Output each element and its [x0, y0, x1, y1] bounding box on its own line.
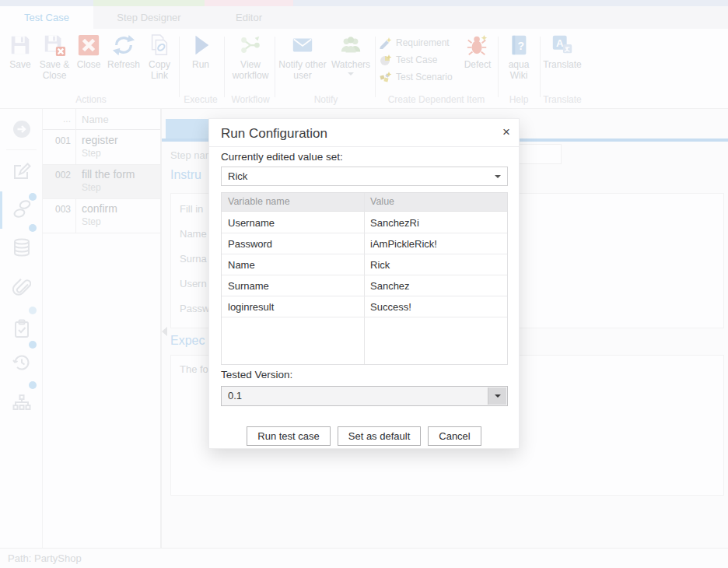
variable-name-cell: Surname [228, 280, 269, 292]
status-bar: Path: PartyShop [0, 548, 728, 568]
create-requirement-button[interactable]: Requirement [380, 35, 450, 51]
aqua-wiki-button[interactable]: ? aqua Wiki [501, 33, 537, 82]
mail-icon [291, 33, 314, 57]
column-header-dots: ... [43, 114, 71, 124]
table-row[interactable]: Surname Sanchez [222, 275, 507, 296]
sidebar-divider [6, 149, 37, 150]
run-configuration-dialog: Run Configuration × Currently edited val… [208, 118, 520, 449]
translate-icon: A [551, 33, 574, 57]
view-workflow-button[interactable]: View workflow [229, 33, 272, 82]
select-caret-icon [495, 175, 501, 178]
step-row-002[interactable]: 002 fill the form Step [43, 165, 160, 199]
step-name-label: Step nam [170, 149, 214, 161]
group-separator [540, 37, 541, 97]
instruction-line: Usern [180, 278, 207, 289]
tab-test-case[interactable]: Test Case [0, 6, 93, 29]
create-test-case-button[interactable]: Test Case [380, 52, 437, 68]
copy-link-icon [148, 33, 171, 57]
create-defect-label: Defect [460, 59, 495, 70]
step-row-003[interactable]: 003 confirm Step [43, 199, 160, 233]
notify-other-user-label: Notify other user [278, 59, 327, 82]
sidebar-item-data[interactable] [0, 230, 42, 268]
table-row[interactable]: Username SanchezRi [222, 212, 507, 233]
watchers-dropdown-caret-icon [348, 72, 354, 75]
watchers-button[interactable]: Watchers [328, 33, 373, 75]
dialog-title-divider [209, 146, 519, 147]
tested-version-label: Tested Version: [221, 369, 292, 380]
table-row[interactable]: Password iAmPickleRick! [222, 233, 507, 254]
variable-value-cell[interactable]: iAmPickleRick! [370, 238, 437, 250]
cancel-button[interactable]: Cancel [428, 426, 481, 446]
group-separator [375, 37, 376, 97]
sidebar-item-steps[interactable] [0, 191, 42, 229]
create-test-case-label: Test Case [396, 54, 437, 65]
variable-value-cell[interactable]: Rick [370, 259, 390, 271]
translate-label: Translate [543, 59, 582, 70]
column-header-name[interactable]: Name [82, 114, 109, 125]
group-separator [224, 37, 225, 97]
run-button[interactable]: Run [184, 33, 218, 70]
scenario-icon [380, 71, 392, 83]
left-sidebar [0, 109, 43, 548]
sidebar-active-indicator [0, 191, 2, 229]
variable-name-cell: loginresult [228, 301, 274, 313]
sidebar-item-edit[interactable] [0, 154, 42, 191]
watchers-label: Watchers [328, 59, 373, 70]
refresh-icon [112, 33, 135, 57]
variable-value-cell[interactable]: Sanchez [370, 280, 410, 292]
create-defect-button[interactable]: Defect [460, 33, 495, 70]
variable-value-cell[interactable]: SanchezRi [370, 217, 419, 229]
collapse-panel-arrow-icon[interactable] [162, 327, 167, 336]
variable-name-cell: Name [228, 259, 255, 271]
save-close-button[interactable]: Save & Close [37, 33, 72, 82]
save-close-icon [43, 33, 66, 57]
column-header-variable-name: Variable name [228, 196, 290, 207]
create-test-scenario-button[interactable]: Test Scenario [380, 69, 453, 85]
set-as-default-button[interactable]: Set as default [338, 426, 422, 446]
group-label-execute: Execute [177, 94, 224, 105]
variable-value-cell[interactable]: Success! [370, 301, 411, 313]
value-set-select[interactable]: Rick [221, 167, 508, 186]
combobox-dropdown-button[interactable] [488, 387, 506, 405]
save-button[interactable]: Save [5, 33, 36, 70]
notify-other-user-button[interactable]: Notify other user [278, 33, 327, 82]
hierarchy-icon [12, 394, 31, 412]
run-icon [189, 33, 212, 57]
hierarchy-badge [29, 381, 37, 389]
close-red-icon [77, 33, 100, 57]
variable-name-cell: Password [228, 238, 272, 250]
sidebar-item-history[interactable] [0, 345, 42, 383]
tab-editor[interactable]: Editor [205, 6, 293, 29]
step-number: 002 [43, 170, 71, 181]
tab-step-designer[interactable]: Step Designer [93, 6, 205, 29]
table-row[interactable]: Name Rick [222, 254, 507, 275]
instruction-line: Name [180, 228, 207, 240]
save-close-label: Save & Close [37, 59, 72, 82]
run-test-case-button[interactable]: Run test case [247, 426, 331, 446]
instruction-line: Surna [180, 253, 207, 265]
ribbon: Save Save & Close Close Refresh Copy Lin… [0, 29, 728, 109]
sidebar-item-attachments[interactable] [0, 271, 42, 308]
save-label: Save [5, 59, 36, 70]
step-number: 001 [43, 135, 71, 146]
step-row-001[interactable]: 001 register Step [43, 131, 160, 165]
sidebar-item-expand[interactable] [0, 112, 42, 149]
instructions-heading: Instru [170, 168, 201, 182]
dialog-close-icon[interactable]: × [502, 124, 510, 140]
tested-version-value: 0.1 [228, 390, 242, 401]
copy-link-button[interactable]: Copy Link [143, 33, 176, 82]
translate-button[interactable]: A Translate [543, 33, 582, 70]
clipboard-check-icon [12, 319, 31, 338]
group-label-actions: Actions [3, 94, 179, 105]
value-set-label: Currently edited value set: [221, 151, 343, 163]
group-label-help: Help [498, 94, 540, 105]
tested-version-combobox[interactable]: 0.1 [221, 386, 508, 406]
editor-strip [205, 0, 293, 6]
close-button[interactable]: Close [73, 33, 104, 70]
sidebar-item-hierarchy[interactable] [0, 386, 42, 423]
refresh-button[interactable]: Refresh [106, 33, 142, 70]
steps-icon [12, 199, 33, 219]
table-row[interactable]: loginresult Success! [222, 296, 507, 317]
step-name: register [82, 134, 118, 146]
wiki-icon: ? [507, 33, 530, 57]
